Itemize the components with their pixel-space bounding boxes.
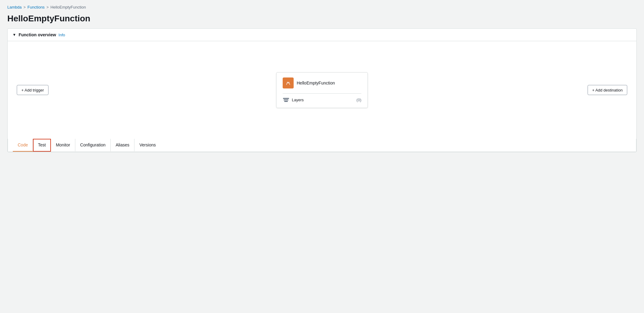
- layers-icon: [283, 97, 289, 103]
- tab-configuration[interactable]: Configuration: [75, 139, 111, 152]
- breadcrumb-functions[interactable]: Functions: [27, 5, 45, 9]
- page-title: HelloEmptyFunction: [7, 14, 637, 23]
- breadcrumb-sep-1: >: [23, 5, 26, 9]
- tabs-bar: CodeTestMonitorConfigurationAliasesVersi…: [8, 139, 636, 152]
- lambda-icon: [283, 77, 294, 88]
- divider: [283, 93, 361, 94]
- layers-count: (0): [356, 98, 361, 102]
- add-destination-button[interactable]: + Add destination: [588, 85, 627, 95]
- tab-versions[interactable]: Versions: [134, 139, 161, 152]
- tab-code[interactable]: Code: [13, 139, 33, 152]
- function-overview-card: ▼ Function overview Info + Add trigger: [7, 28, 637, 152]
- breadcrumb-current: HelloEmptyFunction: [50, 5, 86, 9]
- add-trigger-label: + Add trigger: [21, 88, 44, 92]
- add-destination-label: + Add destination: [592, 88, 623, 92]
- collapse-icon[interactable]: ▼: [13, 33, 16, 37]
- layers-row: Layers (0): [283, 97, 361, 103]
- layers-left: Layers: [283, 97, 304, 103]
- layers-bar-1: [283, 98, 289, 99]
- function-overview-body: + Add trigger HelloEmptyFunction: [8, 41, 636, 139]
- tab-test[interactable]: Test: [33, 139, 51, 152]
- breadcrumb-lambda[interactable]: Lambda: [7, 5, 22, 9]
- function-box-header: HelloEmptyFunction: [283, 77, 361, 88]
- breadcrumb: Lambda > Functions > HelloEmptyFunction: [7, 5, 637, 9]
- breadcrumb-sep-2: >: [46, 5, 48, 9]
- info-link[interactable]: Info: [59, 33, 65, 37]
- section-header: ▼ Function overview Info: [8, 29, 636, 41]
- section-header-title: Function overview: [19, 32, 56, 37]
- tab-aliases[interactable]: Aliases: [111, 139, 134, 152]
- layers-bar-3: [284, 101, 288, 102]
- add-trigger-button[interactable]: + Add trigger: [17, 85, 48, 95]
- function-box: HelloEmptyFunction Layers (0): [276, 72, 368, 108]
- layers-bar-2: [284, 99, 288, 100]
- function-name-label: HelloEmptyFunction: [297, 81, 335, 85]
- layers-label: Layers: [292, 98, 304, 102]
- tab-monitor[interactable]: Monitor: [51, 139, 75, 152]
